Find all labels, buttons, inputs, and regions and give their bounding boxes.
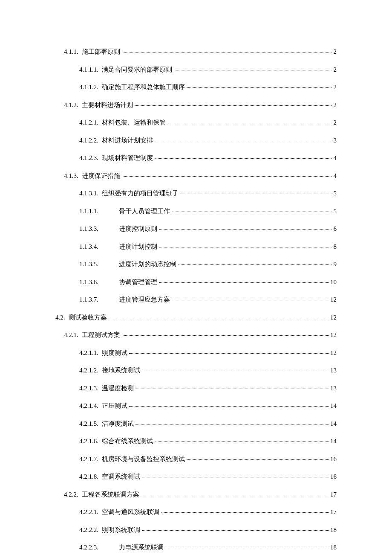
toc-page-number: 13: [330, 384, 337, 393]
toc-leader-dots: [174, 70, 332, 70]
toc-number: 4.1.2.2.: [79, 136, 98, 145]
toc-leader-dots: [159, 282, 329, 283]
toc-entry[interactable]: 4.2.1.4.正压测试14: [55, 401, 337, 411]
toc-title: 洁净度测试: [102, 419, 134, 429]
toc-leader-dots: [165, 548, 329, 548]
toc-entry[interactable]: 4.2.1.8.空调系统测试16: [55, 472, 337, 482]
toc-entry[interactable]: 4.1.2.2.材料进场计划安排3: [55, 136, 337, 145]
toc-page-number: 3: [334, 136, 337, 145]
toc-title: 进度控制原则: [119, 224, 157, 234]
toc-leader-dots: [159, 229, 332, 230]
toc-entry[interactable]: 4.2.2.1.空调与通风系统联调17: [55, 507, 337, 517]
toc-leader-dots: [142, 530, 329, 531]
toc-entry[interactable]: 4.2.2.工程各系统联调方案17: [55, 490, 337, 500]
toc-page-number: 2: [334, 65, 337, 75]
toc-page-number: 4: [334, 171, 337, 181]
toc-page-number: 14: [330, 401, 337, 411]
toc-leader-dots: [129, 406, 329, 407]
toc-title: 测试验收方案: [69, 313, 107, 323]
toc-page-number: 16: [330, 472, 337, 482]
toc-leader-dots: [122, 176, 332, 177]
toc-entry[interactable]: 4.1.1.施工部署原则2: [55, 47, 337, 57]
toc-number: 1.1.3.3.: [79, 224, 98, 234]
toc-page-number: 12: [330, 313, 337, 323]
toc-entry[interactable]: 4.2.测试验收方案12: [55, 313, 337, 323]
toc-page-number: 17: [330, 490, 337, 500]
toc-title: 工程各系统联调方案: [82, 490, 139, 500]
toc-number: 4.2.1.4.: [79, 401, 98, 411]
toc-number: 4.2.1.3.: [79, 384, 98, 393]
toc-page-number: 9: [334, 259, 337, 269]
toc-entry[interactable]: 4.2.1.2.接地系统测试13: [55, 366, 337, 375]
toc-leader-dots: [142, 371, 329, 371]
toc-page-number: 2: [334, 47, 337, 57]
toc-entry[interactable]: 4.1.2.主要材料进场计划2: [55, 100, 337, 110]
toc-page-number: 8: [334, 242, 337, 252]
toc-number: 4.1.3.1.: [79, 189, 98, 198]
toc-page-number: 6: [334, 224, 337, 234]
toc-entry[interactable]: 1.1.1.1.骨干人员管理工作5: [55, 206, 337, 216]
toc-entry[interactable]: 4.2.2.2.照明系统联调18: [55, 525, 337, 535]
toc-page-number: 5: [334, 206, 337, 216]
toc-container: 4.1.1.施工部署原则24.1.1.1.满足合同要求的部署原则24.1.1.2…: [55, 47, 337, 555]
toc-title: 工程测试方案: [82, 330, 120, 340]
toc-title: 正压测试: [102, 401, 127, 411]
toc-page-number: 12: [330, 348, 337, 358]
toc-leader-dots: [180, 194, 332, 194]
toc-entry[interactable]: 4.2.1.7.机房环境与设备监控系统测试16: [55, 454, 337, 464]
toc-leader-dots: [172, 212, 332, 212]
toc-number: 1.1.3.4.: [79, 242, 98, 252]
toc-entry[interactable]: 4.1.1.2.确定施工程序和总体施工顺序2: [55, 82, 337, 92]
toc-page-number: 16: [330, 454, 337, 464]
toc-leader-dots: [135, 424, 329, 424]
toc-title: 照明系统联调: [102, 525, 140, 535]
toc-title: 进度管理应急方案: [119, 295, 170, 305]
toc-leader-dots: [167, 123, 332, 123]
toc-title: 接地系统测试: [102, 366, 140, 375]
toc-entry[interactable]: 4.1.3.进度保证措施4: [55, 171, 337, 181]
toc-number: 4.2.2.1.: [79, 507, 98, 517]
toc-entry[interactable]: 1.1.3.7.进度管理应急方案12: [55, 295, 337, 305]
toc-entry[interactable]: 4.2.1.工程测试方案12: [55, 330, 337, 340]
toc-leader-dots: [155, 141, 332, 141]
toc-page-number: 17: [330, 507, 337, 517]
toc-page-number: 2: [334, 100, 337, 110]
toc-title: 进度计划的动态控制: [119, 259, 176, 269]
toc-number: 4.2.1.2.: [79, 366, 98, 375]
toc-number: 4.1.2.: [64, 100, 78, 110]
toc-number: 4.2.1.7.: [79, 454, 98, 464]
toc-number: 4.1.1.2.: [79, 82, 98, 92]
toc-page: 4.1.1.施工部署原则24.1.1.1.满足合同要求的部署原则24.1.1.2…: [0, 0, 392, 555]
toc-page-number: 12: [330, 295, 337, 305]
toc-entry[interactable]: 4.1.3.1.组织强有力的项目管理班子5: [55, 189, 337, 198]
toc-entry[interactable]: 4.1.2.3.现场材料管理制度4: [55, 153, 337, 163]
toc-number: 4.2.1.: [64, 330, 78, 340]
toc-page-number: 18: [330, 525, 337, 535]
toc-entry[interactable]: 4.1.1.1.满足合同要求的部署原则2: [55, 65, 337, 75]
toc-entry[interactable]: 4.2.1.1.照度测试12: [55, 348, 337, 358]
toc-entry[interactable]: 1.1.3.3.进度控制原则6: [55, 224, 337, 234]
toc-entry[interactable]: 4.1.2.1.材料包装、运输和保管2: [55, 118, 337, 128]
toc-number: 1.1.3.7.: [79, 295, 98, 305]
toc-leader-dots: [129, 353, 329, 354]
toc-leader-dots: [161, 512, 329, 513]
toc-leader-dots: [122, 335, 329, 336]
toc-entry[interactable]: 1.1.3.5.进度计划的动态控制9: [55, 259, 337, 269]
toc-title: 力电源系统联调: [119, 543, 164, 552]
toc-page-number: 10: [330, 277, 337, 287]
toc-entry[interactable]: 4.2.2.3.力电源系统联调18: [55, 543, 337, 552]
toc-entry[interactable]: 1.1.3.4.进度计划控制8: [55, 242, 337, 252]
toc-leader-dots: [135, 105, 332, 106]
toc-entry[interactable]: 4.2.1.6.综合布线系统测试14: [55, 436, 337, 446]
toc-entry[interactable]: 4.2.1.5.洁净度测试14: [55, 419, 337, 429]
toc-page-number: 4: [334, 153, 337, 163]
toc-number: 4.2.: [55, 313, 65, 323]
toc-leader-dots: [155, 158, 332, 159]
toc-number: 4.2.1.6.: [79, 436, 98, 446]
toc-leader-dots: [178, 264, 332, 265]
toc-title: 照度测试: [102, 348, 127, 358]
toc-entry[interactable]: 4.2.1.3.温湿度检测13: [55, 384, 337, 393]
toc-leader-dots: [172, 300, 329, 300]
toc-entry[interactable]: 1.1.3.6.协调管理管理10: [55, 277, 337, 287]
toc-title: 空调系统测试: [102, 472, 140, 482]
